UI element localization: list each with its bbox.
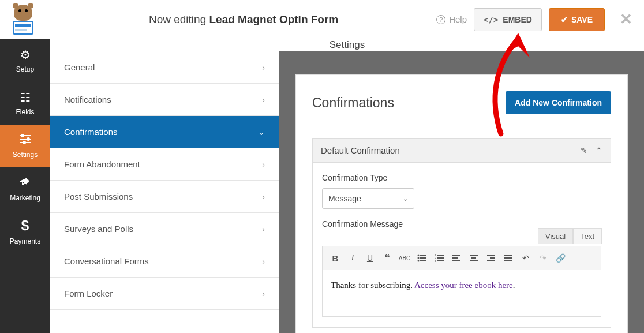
help-label: Help xyxy=(449,14,467,24)
svg-rect-13 xyxy=(437,255,444,256)
svg-rect-11 xyxy=(420,260,426,261)
tab-text[interactable]: Text xyxy=(573,228,602,244)
confirmation-message-label: Confirmation Message xyxy=(322,219,601,229)
chevron-right-icon: › xyxy=(262,95,265,104)
save-label: SAVE xyxy=(571,15,593,24)
editing-prefix: Now editing xyxy=(149,13,206,25)
nav-marketing[interactable]: Marketing xyxy=(0,167,50,210)
redo-button[interactable]: ↷ xyxy=(535,250,551,266)
svg-point-3 xyxy=(21,134,24,137)
svg-rect-19 xyxy=(452,257,458,259)
editor-content[interactable]: Thanks for subscribing. Access your free… xyxy=(323,270,601,316)
sliders-icon xyxy=(19,134,32,147)
nav-fields[interactable]: ☷ Fields xyxy=(0,82,50,125)
content-area: Confirmations Add New Confirmation Defau… xyxy=(279,51,644,333)
svg-rect-29 xyxy=(504,260,512,261)
select-value: Message xyxy=(328,194,361,203)
bold-button[interactable]: B xyxy=(327,250,343,266)
side-nav: ⚙ Setup ☷ Fields Settings Marketing $ Pa… xyxy=(0,39,50,333)
nav-setup[interactable]: ⚙ Setup xyxy=(0,39,50,82)
panel-row: General› Notifications› Confirmations⌄ F… xyxy=(50,51,644,333)
submenu-form-abandonment[interactable]: Form Abandonment› xyxy=(50,148,279,181)
add-confirmation-button[interactable]: Add New Confirmation xyxy=(506,91,611,114)
confirmation-type-select[interactable]: Message ⌄ xyxy=(322,188,414,209)
nav-payments[interactable]: $ Payments xyxy=(0,210,50,253)
link-button[interactable]: 🔗 xyxy=(552,250,568,266)
confirmations-title: Confirmations xyxy=(312,95,394,111)
edit-icon[interactable]: ✎ xyxy=(581,146,587,155)
underline-button[interactable]: U xyxy=(362,250,378,266)
align-justify-button[interactable] xyxy=(500,250,516,266)
wpforms-logo xyxy=(7,5,39,35)
svg-rect-23 xyxy=(470,260,478,261)
numbered-list-button[interactable]: 123 xyxy=(431,250,447,266)
quote-button[interactable]: ❝ xyxy=(379,250,395,266)
italic-button[interactable]: I xyxy=(345,250,361,266)
svg-point-4 xyxy=(27,138,29,140)
svg-rect-28 xyxy=(504,257,512,259)
chevron-down-icon: ⌄ xyxy=(403,195,408,203)
svg-point-5 xyxy=(23,141,25,144)
center-column: Settings General› Notifications› Confirm… xyxy=(50,39,644,333)
align-center-button[interactable] xyxy=(466,250,482,266)
align-left-button[interactable] xyxy=(448,250,465,266)
svg-rect-7 xyxy=(420,255,426,256)
top-actions: ? Help </> EMBED ✔ SAVE ✕ xyxy=(436,8,632,31)
chevron-right-icon: › xyxy=(262,160,265,169)
submenu-conversational-forms[interactable]: Conversational Forms› xyxy=(50,245,279,278)
confirmation-item-title: Default Confirmation xyxy=(321,145,400,155)
svg-point-10 xyxy=(418,260,420,262)
close-icon[interactable]: ✕ xyxy=(620,10,632,28)
top-bar: Now editing Lead Magnet Optin Form ? Hel… xyxy=(0,0,644,39)
message-link[interactable]: Access your free ebook here xyxy=(414,280,513,290)
tab-visual[interactable]: Visual xyxy=(538,228,573,244)
submenu-form-locker[interactable]: Form Locker› xyxy=(50,278,279,310)
submenu-confirmations[interactable]: Confirmations⌄ xyxy=(50,116,279,148)
confirmation-type-label: Confirmation Type xyxy=(322,173,601,182)
svg-rect-25 xyxy=(490,257,495,259)
chevron-right-icon: › xyxy=(262,192,265,201)
gear-icon: ⚙ xyxy=(20,48,31,62)
undo-button[interactable]: ↶ xyxy=(518,250,534,266)
svg-rect-15 xyxy=(437,257,444,259)
confirmation-body: Confirmation Type Message ⌄ Confirmation… xyxy=(313,163,611,327)
nav-label: Marketing xyxy=(10,194,40,202)
dollar-icon: $ xyxy=(21,218,29,234)
card-header: Confirmations Add New Confirmation xyxy=(312,91,611,125)
strikethrough-button[interactable]: ABC xyxy=(396,250,413,266)
main-row: ⚙ Setup ☷ Fields Settings Marketing $ Pa… xyxy=(0,39,644,333)
svg-point-8 xyxy=(418,257,420,259)
nav-settings[interactable]: Settings xyxy=(0,125,50,167)
editor-tabs: Visual Text xyxy=(538,228,602,244)
align-right-button[interactable] xyxy=(483,250,499,266)
confirmation-item-header[interactable]: Default Confirmation ✎ ⌃ xyxy=(313,139,611,163)
submenu-notifications[interactable]: Notifications› xyxy=(50,84,279,116)
bulleted-list-button[interactable] xyxy=(414,250,430,266)
submenu-general[interactable]: General› xyxy=(50,51,279,84)
chevron-down-icon: ⌄ xyxy=(258,128,265,137)
confirmations-card: Confirmations Add New Confirmation Defau… xyxy=(295,74,628,333)
message-suffix: . xyxy=(513,280,515,290)
collapse-icon[interactable]: ⌃ xyxy=(596,146,602,155)
submenu-post-submissions[interactable]: Post Submissions› xyxy=(50,181,279,213)
form-name: Lead Magnet Optin Form xyxy=(209,13,338,25)
nav-label: Fields xyxy=(16,108,34,116)
editor-toolbar: B I U ❝ ABC xyxy=(323,246,601,270)
help-icon: ? xyxy=(436,15,445,24)
rich-editor: B I U ❝ ABC xyxy=(322,246,601,317)
settings-title: Settings xyxy=(330,39,365,51)
svg-rect-26 xyxy=(487,260,495,261)
save-button[interactable]: ✔ SAVE xyxy=(549,8,605,31)
chevron-right-icon: › xyxy=(262,225,265,234)
chevron-right-icon: › xyxy=(262,289,265,298)
embed-button[interactable]: </> EMBED xyxy=(474,8,542,31)
svg-rect-18 xyxy=(452,255,460,256)
megaphone-icon xyxy=(19,176,32,190)
help-link[interactable]: ? Help xyxy=(436,14,467,24)
svg-point-6 xyxy=(418,255,420,256)
svg-rect-21 xyxy=(470,255,478,256)
submenu-surveys-polls[interactable]: Surveys and Polls› xyxy=(50,213,279,245)
nav-label: Setup xyxy=(16,65,34,73)
settings-header: Settings xyxy=(50,39,644,51)
svg-rect-22 xyxy=(471,257,476,259)
